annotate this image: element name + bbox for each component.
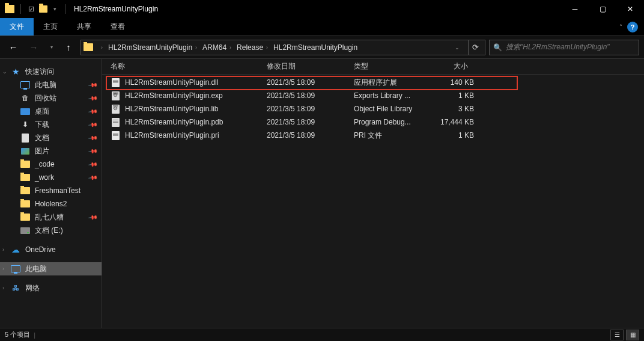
minimize-button[interactable]: ─ xyxy=(561,0,589,18)
expand-icon[interactable]: › xyxy=(2,285,4,291)
divider xyxy=(20,4,21,14)
breadcrumb-segment[interactable]: HL2RmStreamUnityPlugin xyxy=(272,43,359,52)
file-row[interactable]: HL2RmStreamUnityPlugin.dll2021/3/5 18:09… xyxy=(102,76,644,89)
network-icon: 🖧 xyxy=(11,283,20,293)
sidebar-network[interactable]: › 🖧 网络 xyxy=(0,281,102,295)
sidebar-item-label: 图片 xyxy=(35,146,49,156)
sidebar-item[interactable]: 文档📌 xyxy=(0,131,102,144)
qat-properties-icon[interactable]: ☑ xyxy=(27,5,35,13)
sidebar-item[interactable]: _work📌 xyxy=(0,171,102,184)
sidebar-item[interactable]: FreshmanTest xyxy=(0,184,102,197)
file-date: 2021/3/5 18:09 xyxy=(267,131,354,140)
pin-icon: 📌 xyxy=(88,133,98,143)
file-row[interactable]: HL2RmStreamUnityPlugin.lib2021/3/5 18:09… xyxy=(102,102,644,115)
qat-customize-icon[interactable]: ▾ xyxy=(51,6,59,12)
search-input[interactable]: 🔍 搜索"HL2RmStreamUnityPlugin" xyxy=(489,40,639,55)
ribbon-tabs: 文件 主页 共享 查看 ˄ ? xyxy=(0,18,644,36)
pin-icon: 📌 xyxy=(88,212,98,222)
column-headers: 名称 修改日期 类型 大小 xyxy=(102,59,644,75)
qat-newfolder-icon[interactable] xyxy=(39,5,47,13)
file-icon xyxy=(111,91,120,100)
column-date[interactable]: 修改日期 xyxy=(267,61,354,72)
breadcrumb-segment[interactable]: Release› xyxy=(235,43,272,52)
help-icon[interactable]: ? xyxy=(627,22,638,32)
up-button[interactable]: ↑ xyxy=(60,39,77,56)
sidebar-item-label: _work xyxy=(35,173,54,182)
app-icon[interactable] xyxy=(5,5,14,13)
file-size: 140 KB xyxy=(426,78,474,87)
cloud-icon: ☁ xyxy=(11,245,20,254)
divider: | xyxy=(34,331,35,339)
file-list-view: 名称 修改日期 类型 大小 HL2RmStreamUnityPlugin.dll… xyxy=(102,59,644,328)
sidebar-onedrive[interactable]: › ☁ OneDrive xyxy=(0,243,102,256)
sidebar-item[interactable]: 图片📌 xyxy=(0,144,102,158)
file-icon xyxy=(111,104,120,114)
pin-icon: 📌 xyxy=(88,146,98,156)
sidebar-item[interactable]: _code📌 xyxy=(0,158,102,171)
expand-icon[interactable]: ⌄ xyxy=(2,69,7,75)
file-type: Object File Library xyxy=(354,105,426,113)
tab-file[interactable]: 文件 xyxy=(0,18,34,35)
window-title: HL2RmStreamUnityPlugin xyxy=(74,5,158,13)
address-dropdown-icon[interactable]: ⌄ xyxy=(450,45,464,51)
chevron-right-icon[interactable]: › xyxy=(192,45,200,51)
close-button[interactable]: ✕ xyxy=(616,0,644,18)
tab-home[interactable]: 主页 xyxy=(34,18,67,35)
sidebar-item-label: 乱七八糟 xyxy=(35,212,64,223)
sidebar-item[interactable]: 乱七八糟📌 xyxy=(0,210,102,224)
refresh-button[interactable]: ⟳ xyxy=(468,40,482,55)
expand-icon[interactable]: › xyxy=(2,247,4,253)
pc-icon xyxy=(11,264,20,274)
file-type: PRI 文件 xyxy=(354,131,426,141)
drive-icon xyxy=(20,226,30,235)
status-item-count: 5 个项目 xyxy=(5,330,30,339)
address-bar[interactable]: › HL2RmStreamUnityPlugin› ARM64› Release… xyxy=(80,40,485,55)
desktop-icon xyxy=(20,106,30,116)
column-name[interactable]: 名称 xyxy=(111,61,267,72)
divider xyxy=(65,4,65,14)
file-date: 2021/3/5 18:09 xyxy=(267,105,354,113)
navigation-bar: ← → ▾ ↑ › HL2RmStreamUnityPlugin› ARM64›… xyxy=(0,36,644,59)
file-size: 3 KB xyxy=(426,105,474,113)
chevron-right-icon[interactable]: › xyxy=(98,45,106,51)
location-icon xyxy=(84,43,93,51)
tab-share[interactable]: 共享 xyxy=(67,18,101,35)
back-button[interactable]: ← xyxy=(5,39,22,56)
sidebar-item-label: 此电脑 xyxy=(35,80,56,90)
sidebar-item[interactable]: 桌面📌 xyxy=(0,105,102,118)
sidebar-item[interactable]: Hololens2 xyxy=(0,197,102,210)
sidebar-thispc[interactable]: › 此电脑 xyxy=(0,262,102,275)
sidebar-item-label: 文档 xyxy=(35,133,49,143)
expand-icon[interactable]: › xyxy=(2,266,4,272)
sidebar-item[interactable]: 文档 (E:) xyxy=(0,224,102,237)
search-placeholder: 搜索"HL2RmStreamUnityPlugin" xyxy=(506,42,610,52)
view-large-button[interactable]: ▦ xyxy=(626,330,639,340)
file-row[interactable]: HL2RmStreamUnityPlugin.pri2021/3/5 18:09… xyxy=(102,129,644,142)
file-name: HL2RmStreamUnityPlugin.pdb xyxy=(125,118,267,126)
sidebar-item-label: 回收站 xyxy=(35,93,56,103)
chevron-right-icon[interactable]: › xyxy=(263,45,271,51)
quick-access-toolbar: ☑ ▾ xyxy=(5,4,68,14)
sidebar-item[interactable]: 此电脑📌 xyxy=(0,78,102,91)
maximize-button[interactable]: ▢ xyxy=(589,0,616,18)
file-name: HL2RmStreamUnityPlugin.pri xyxy=(125,131,267,140)
sidebar-item[interactable]: ⬇下载📌 xyxy=(0,118,102,131)
forward-button[interactable]: → xyxy=(25,39,42,56)
search-icon: 🔍 xyxy=(493,43,502,52)
ribbon-collapse-icon[interactable]: ˄ xyxy=(619,23,622,30)
file-row[interactable]: HL2RmStreamUnityPlugin.pdb2021/3/5 18:09… xyxy=(102,115,644,129)
breadcrumb-segment[interactable]: ARM64› xyxy=(201,43,235,52)
view-details-button[interactable]: ☰ xyxy=(610,330,624,340)
column-size[interactable]: 大小 xyxy=(426,61,474,72)
chevron-right-icon[interactable]: › xyxy=(226,45,234,51)
breadcrumb-segment[interactable]: HL2RmStreamUnityPlugin› xyxy=(107,43,201,52)
pc-icon xyxy=(20,80,30,90)
star-icon: ★ xyxy=(11,67,20,76)
file-icon xyxy=(111,131,120,140)
sidebar-quickaccess[interactable]: ⌄ ★ 快速访问 xyxy=(0,65,102,78)
recent-locations-button[interactable]: ▾ xyxy=(46,39,56,56)
tab-view[interactable]: 查看 xyxy=(101,18,135,35)
column-type[interactable]: 类型 xyxy=(354,61,426,72)
file-row[interactable]: HL2RmStreamUnityPlugin.exp2021/3/5 18:09… xyxy=(102,89,644,102)
sidebar-item[interactable]: 🗑回收站📌 xyxy=(0,91,102,105)
